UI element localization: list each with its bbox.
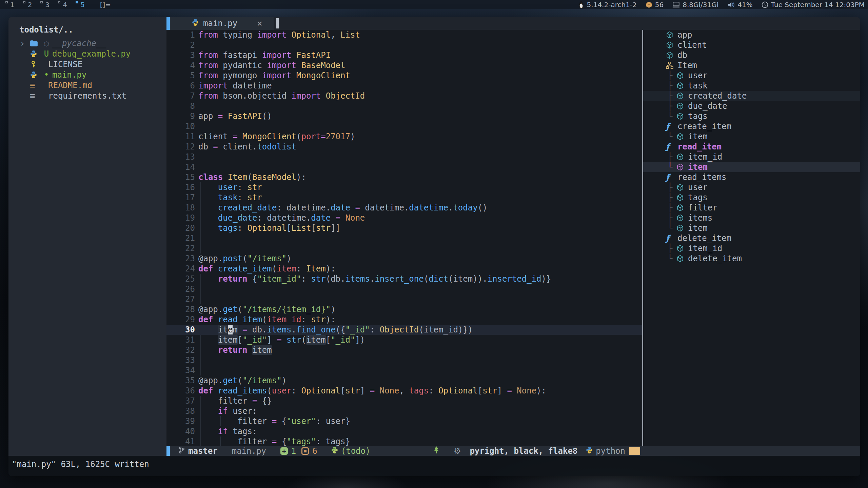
file-tree-item-requirements-txt[interactable]: ≡requirements.txt (8, 90, 166, 101)
symbol-delete_item[interactable]: ƒdelete_item (643, 233, 860, 243)
code-line-31[interactable]: 31 item["_id"] = str(item["_id"]) (166, 335, 642, 345)
symbol-created_date[interactable]: ├created_date (643, 91, 860, 101)
code-line-23[interactable]: 23@app.post("/items") (166, 253, 642, 264)
symbol-read_item[interactable]: ƒread_item (643, 142, 860, 152)
package-icon (646, 1, 652, 8)
symbol-filter[interactable]: ├filter (643, 203, 860, 213)
code-line-15[interactable]: 15class Item(BaseModel): (166, 172, 642, 182)
file-tree-item-license[interactable]: LICENSE (8, 59, 166, 69)
code-line-36[interactable]: 36def read_items(user: Optional[str] = N… (166, 386, 642, 396)
code-line-40[interactable]: 40 if tags: (166, 426, 642, 436)
symbol-item_id[interactable]: ├item_id (643, 152, 860, 162)
tab-close-icon[interactable]: × (257, 18, 262, 28)
tab-main-py[interactable]: main.py × (170, 17, 274, 30)
code-line-19[interactable]: 19 due_date: datetime.date = None (166, 213, 642, 223)
code-line-3[interactable]: 3from fastapi import FastAPI (166, 50, 642, 60)
symbol-user[interactable]: ├user (643, 70, 860, 81)
symbol-create_item[interactable]: ƒcreate_item (643, 121, 860, 131)
code-line-25[interactable]: 25 return {"item_id": str(db.items.inser… (166, 274, 642, 284)
file-tree-item-debug-example-py[interactable]: Udebug_example.py (8, 48, 166, 59)
tree-connector: └ (668, 132, 676, 141)
variable-icon (676, 72, 688, 79)
file-tree-item-readme-md[interactable]: ≡README.md (8, 80, 166, 90)
code-line-21[interactable]: 21 (166, 233, 642, 243)
workspace-tag-3[interactable]: 3 (40, 1, 53, 9)
symbol-label: items (688, 213, 712, 223)
code-line-6[interactable]: 6import datetime (166, 81, 642, 91)
symbol-read_items[interactable]: ƒread_items (643, 172, 860, 182)
symbol-client[interactable]: client (643, 40, 860, 50)
line-number: 31 (166, 335, 195, 345)
workspace-tag-1[interactable]: 1 (5, 1, 18, 9)
code-line-4[interactable]: 4from pydantic import BaseModel (166, 60, 642, 70)
symbol-item_id[interactable]: ├item_id (643, 243, 860, 253)
code-line-26[interactable]: 26 (166, 284, 642, 294)
code-line-34[interactable]: 34 (166, 365, 642, 375)
code-line-38[interactable]: 38 if user: (166, 406, 642, 416)
symbol-delete_item[interactable]: └delete_item (643, 253, 860, 264)
line-number: 21 (166, 233, 195, 243)
code-line-8[interactable]: 8 (166, 101, 642, 111)
code-line-13[interactable]: 13 (166, 152, 642, 162)
symbol-label: user (688, 71, 708, 80)
code-line-1[interactable]: 1from typing import Optional, List (166, 30, 642, 40)
symbol-item[interactable]: └item (643, 162, 860, 172)
code-line-27[interactable]: 27 (166, 294, 642, 304)
symbol-app[interactable]: app (643, 30, 860, 40)
code-line-11[interactable]: 11client = MongoClient(port=27017) (166, 131, 642, 142)
line-number: 29 (166, 314, 195, 325)
code-line-2[interactable]: 2 (166, 40, 642, 50)
code-line-9[interactable]: 9app = FastAPI() (166, 111, 642, 121)
code-line-7[interactable]: 7from bson.objectid import ObjectId (166, 91, 642, 101)
git-modified-count: 6 (312, 446, 317, 456)
symbol-item[interactable]: └item (643, 131, 860, 142)
file-name: __pycache__ (52, 39, 106, 48)
file-name: README.md (48, 81, 92, 90)
symbol-tags[interactable]: ├tags (643, 192, 860, 203)
code-line-12[interactable]: 12db = client.todolist (166, 142, 642, 152)
code-line-22[interactable]: 22 (166, 243, 642, 253)
code-line-30[interactable]: 30 item = db.items.find_one({"_id": Obje… (166, 325, 642, 335)
code-line-29[interactable]: 29def read_item(item_id: str): (166, 314, 642, 325)
code-line-41[interactable]: 41 filter = {"tags": tags} (166, 436, 642, 446)
symbol-db[interactable]: db (643, 50, 860, 60)
line-number: 20 (166, 223, 195, 233)
line-number: 35 (166, 375, 195, 386)
code-line-5[interactable]: 5from pymongo import MongoClient (166, 70, 642, 81)
code-line-14[interactable]: 14 (166, 162, 642, 172)
code-line-10[interactable]: 10 (166, 121, 642, 131)
workspace-tag-2[interactable]: 2 (22, 1, 35, 9)
file-tree-item-main-py[interactable]: •main.py (8, 69, 166, 80)
symbol-label: create_item (677, 122, 731, 131)
workspace-tag-5[interactable]: 5 (75, 1, 88, 9)
code-line-33[interactable]: 33 (166, 355, 642, 365)
code-line-37[interactable]: 37 filter = {} (166, 396, 642, 406)
code-line-18[interactable]: 18 created_date: datetime.date = datetim… (166, 203, 642, 213)
code-line-28[interactable]: 28@app.get("/items/{item_id}") (166, 304, 642, 314)
symbol-user[interactable]: ├user (643, 182, 860, 192)
workspace-tag-4[interactable]: 4 (57, 1, 70, 9)
file-tree-item--pycache-[interactable]: ›◌__pycache__ (8, 38, 166, 48)
symbol-label: delete_item (677, 233, 731, 243)
code-line-24[interactable]: 24def create_item(item: Item): (166, 264, 642, 274)
code-line-32[interactable]: 32 return item (166, 345, 642, 355)
vim-command-line[interactable]: "main.py" 63L, 1625C written (8, 456, 860, 476)
code-line-35[interactable]: 35@app.get("/items") (166, 375, 642, 386)
code-line-20[interactable]: 20 tags: Optional[List[str]] (166, 223, 642, 233)
code-line-17[interactable]: 17 task: str (166, 192, 642, 203)
symbol-Item[interactable]: Item (643, 60, 860, 70)
symbol-label: item (688, 223, 708, 233)
symbol-item[interactable]: └item (643, 223, 860, 233)
code-editor[interactable]: 1from typing import Optional, List23from… (166, 30, 642, 446)
tree-connector: ├ (668, 101, 676, 111)
statusline: master main.py + 1 6 (todo) ⚙ pyright, b… (166, 446, 860, 456)
line-content: from bson.objectid import ObjectId (198, 91, 365, 101)
symbol-tags[interactable]: └tags (643, 111, 860, 121)
symbol-items[interactable]: ├items (643, 213, 860, 223)
symbol-due_date[interactable]: ├due_date (643, 101, 860, 111)
code-line-39[interactable]: 39 filter = {"user": user} (166, 416, 642, 426)
symbol-label: Item (677, 61, 697, 70)
symbol-task[interactable]: ├task (643, 81, 860, 91)
line-number: 7 (166, 91, 195, 101)
code-line-16[interactable]: 16 user: str (166, 182, 642, 192)
